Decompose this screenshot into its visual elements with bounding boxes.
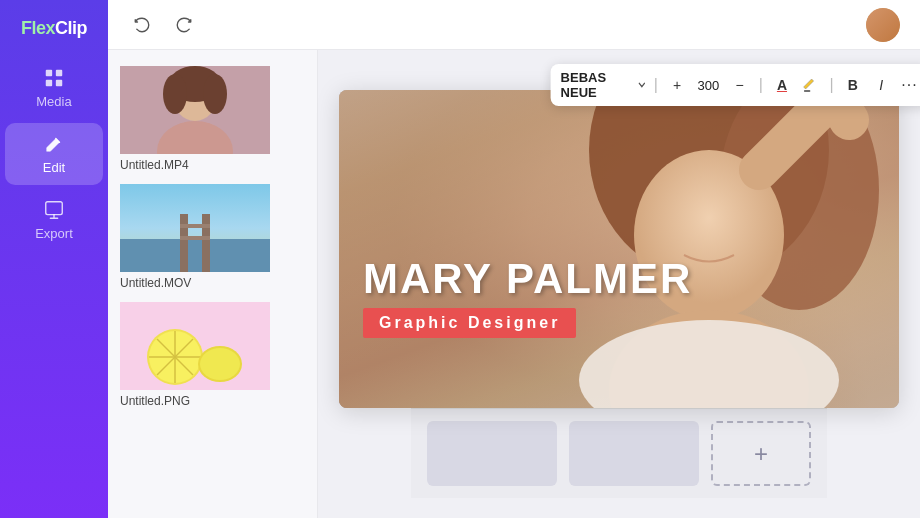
separator-3: | [829,76,833,94]
export-icon [43,199,65,221]
font-size-decrease-button[interactable]: + [666,72,688,98]
sidebar-item-export[interactable]: Export [5,189,102,251]
svg-rect-3 [56,80,62,86]
canvas-name-text: MARY PALMER [363,258,692,300]
canvas-title-text: Graphic Designer [379,314,560,331]
media-label-mov: Untitled.MOV [120,276,305,290]
timeline-clip-2[interactable] [569,421,699,486]
italic-button[interactable]: I [870,72,892,98]
sidebar-media-label: Media [36,94,71,109]
media-thumb-png [120,302,270,390]
svg-rect-15 [180,224,210,228]
sidebar-edit-label: Edit [43,160,65,175]
redo-icon [175,16,193,34]
media-thumb-mov [120,184,270,272]
media-thumb-mp4 [120,66,270,154]
svg-rect-16 [180,236,210,240]
media-item-mp4[interactable]: Untitled.MP4 [120,66,305,172]
canvas-image [339,90,899,408]
svg-point-10 [203,74,227,114]
canvas-area: BEBAS NEUE | + 300 − | A [318,50,920,518]
timeline-clip-1[interactable] [427,421,557,486]
mov-thumbnail [120,184,270,272]
font-name: BEBAS NEUE [561,70,634,100]
separator-1: | [654,76,658,94]
svg-rect-1 [56,70,62,76]
media-panel: Untitled.MP4 [108,50,318,518]
canvas-title-bar: Graphic Designer [363,308,576,338]
logo: FlexClip [0,0,108,57]
svg-rect-12 [120,239,270,272]
highlight-icon [802,77,818,93]
grid-icon [43,67,65,89]
canvas-text-block: MARY PALMER Graphic Designer [363,258,692,338]
sidebar-item-media[interactable]: Media [5,57,102,119]
svg-rect-14 [202,214,210,272]
avatar[interactable] [866,8,900,42]
avatar-image [866,8,900,42]
font-size-increase-button[interactable]: − [728,72,750,98]
more-options-button[interactable]: ··· [898,72,920,98]
font-size-value: 300 [694,78,722,93]
media-label-mp4: Untitled.MP4 [120,158,305,172]
media-label-png: Untitled.PNG [120,394,305,408]
undo-icon [133,16,151,34]
png-thumbnail [120,302,270,390]
logo-text: FlexClip [21,18,87,39]
bold-button[interactable]: B [842,72,864,98]
canvas-frame[interactable]: MARY PALMER Graphic Designer [339,90,899,408]
edit-icon [43,133,65,155]
svg-point-21 [200,348,240,380]
text-color-button[interactable]: A [771,72,793,98]
redo-button[interactable] [170,11,198,39]
svg-point-9 [163,74,187,114]
content-area: Untitled.MP4 [108,50,920,518]
font-selector[interactable]: BEBAS NEUE [561,70,646,100]
sidebar-item-edit[interactable]: Edit [5,123,102,185]
media-item-png[interactable]: Untitled.PNG [120,302,305,408]
sidebar: FlexClip Media Edit Export [0,0,108,518]
highlight-color-button[interactable] [799,72,821,98]
sidebar-export-label: Export [35,226,73,241]
mp4-thumbnail [120,66,270,154]
topbar [108,0,920,50]
separator-2: | [759,76,763,94]
media-item-mov[interactable]: Untitled.MOV [120,184,305,290]
svg-rect-0 [46,70,52,76]
chevron-down-icon [637,80,646,90]
text-toolbar: BEBAS NEUE | + 300 − | A [551,64,920,106]
svg-rect-4 [46,202,63,215]
undo-button[interactable] [128,11,156,39]
timeline: + [411,408,827,498]
svg-rect-2 [46,80,52,86]
timeline-add-button[interactable]: + [711,421,811,486]
main-area: Untitled.MP4 [108,0,920,518]
svg-rect-13 [180,214,188,272]
